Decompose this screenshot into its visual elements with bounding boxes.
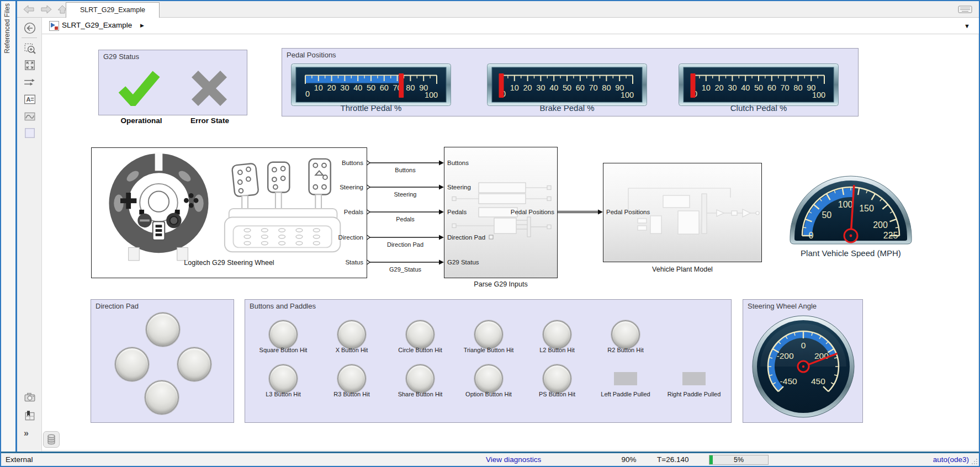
image-icon[interactable]	[24, 110, 36, 123]
button-lamp[interactable]	[474, 364, 503, 393]
breadcrumb[interactable]: SLRT_G29_Example	[62, 21, 132, 29]
panel-steering-angle-title: Steering Wheel Angle	[748, 302, 817, 310]
paddle-indicator[interactable]	[614, 372, 637, 385]
back-icon[interactable]	[23, 5, 36, 14]
button-lamp[interactable]	[337, 320, 366, 349]
data-store-icon	[44, 432, 59, 447]
forward-icon[interactable]	[39, 5, 52, 14]
g29-block[interactable]: Logitech G29 Steering Wheel	[91, 147, 367, 278]
area-icon[interactable]	[24, 127, 36, 139]
breadcrumb-bar: SLRT_G29_Example ▶ ▼	[42, 18, 979, 34]
referenced-files-label: Referenced Files	[3, 3, 11, 54]
viewmarks-icon[interactable]	[24, 410, 36, 422]
svg-text:80: 80	[793, 83, 802, 92]
model-tab-label: SLRT_G29_Example	[80, 6, 145, 14]
clutch-gauge[interactable]: 0102030405060708090100	[679, 63, 839, 106]
signal-label: Direction Pad	[387, 241, 423, 248]
speed-gauge[interactable]: 050100150200225	[788, 168, 913, 247]
model-tab[interactable]: SLRT_G29_Example	[66, 2, 160, 18]
plant-block-label: Vehicle Plant Model	[603, 266, 762, 273]
data-store-badge[interactable]	[43, 431, 60, 448]
button-lamp[interactable]	[543, 364, 571, 393]
plant-block[interactable]	[603, 163, 762, 262]
svg-text:225: 225	[883, 231, 898, 240]
svg-text:-200: -200	[777, 351, 794, 360]
keyboard-icon[interactable]	[958, 5, 972, 14]
error-state-label: Error State	[166, 116, 254, 125]
dpad-lamp-3[interactable]	[145, 380, 179, 415]
svg-text:-450: -450	[780, 376, 797, 386]
button-lamp[interactable]	[474, 320, 503, 349]
svg-text:100: 100	[425, 91, 438, 99]
zoom-level: 90%	[616, 455, 642, 464]
panel-direction-pad-title: Direction Pad	[96, 302, 139, 310]
annotation-icon[interactable]: A	[24, 93, 36, 105]
lamp-label: L2 Button Hit	[518, 347, 596, 353]
operational-check-icon[interactable]	[118, 70, 162, 106]
status-bar: External View diagnostics 90% T=26.140 5…	[1, 452, 979, 466]
dpad-lamp-2[interactable]	[177, 347, 211, 381]
breadcrumb-dropdown-icon[interactable]: ▼	[964, 23, 970, 29]
svg-text:70: 70	[589, 83, 598, 92]
zoom-region-icon[interactable]	[24, 42, 36, 54]
svg-text:10: 10	[314, 83, 323, 92]
lamp-label: Left Paddle Pulled	[587, 391, 664, 397]
throttle-gauge-label: Throttle Pedal %	[291, 103, 451, 113]
hide-browser-icon[interactable]	[24, 22, 36, 34]
plant-block-contents	[603, 163, 762, 263]
error-x-icon[interactable]	[192, 71, 227, 106]
svg-text:0: 0	[305, 89, 310, 98]
button-lamp[interactable]	[337, 364, 366, 393]
svg-text:30: 30	[728, 83, 737, 92]
lamp-label: R3 Button Hit	[313, 391, 390, 397]
svg-text:50: 50	[822, 210, 831, 220]
svg-text:30: 30	[536, 83, 545, 92]
sim-progress-fill	[709, 455, 713, 464]
signal-label: G29_Status	[389, 266, 422, 273]
lamp-label: X Button Hit	[313, 347, 390, 353]
button-lamp[interactable]	[406, 364, 435, 393]
svg-text:40: 40	[353, 83, 362, 92]
fit-to-view-icon[interactable]	[24, 59, 36, 71]
svg-text:40: 40	[549, 83, 558, 92]
svg-text:0: 0	[809, 231, 814, 240]
button-lamp[interactable]	[269, 364, 298, 393]
sim-mode: External	[6, 455, 33, 464]
button-lamp[interactable]	[543, 320, 571, 349]
lamp-label: Share Button Hit	[382, 391, 459, 397]
throttle-gauge[interactable]: 0102030405060708090100	[291, 63, 451, 106]
model-icon	[49, 21, 59, 31]
panel-buttons-paddles[interactable]: Buttons and Paddles	[245, 299, 732, 423]
parse-block-contents	[444, 147, 558, 279]
lamp-label: Option Button Hit	[450, 391, 527, 397]
dpad-lamp-0[interactable]	[146, 312, 180, 347]
button-lamp[interactable]	[406, 320, 435, 349]
svg-text:60: 60	[380, 83, 389, 92]
signal-label: Steering	[394, 191, 417, 198]
referenced-files-tab[interactable]: Referenced Files	[1, 1, 15, 452]
steering-angle-gauge[interactable]: -450-2000200450	[751, 314, 856, 419]
svg-text:10: 10	[510, 83, 519, 92]
dpad-lamp-1[interactable]	[115, 347, 149, 381]
parse-block[interactable]	[444, 147, 558, 278]
button-lamp[interactable]	[611, 320, 640, 349]
svg-text:80: 80	[406, 83, 415, 92]
brake-gauge[interactable]: 0102030405060708090100	[487, 63, 647, 106]
breadcrumb-caret-icon[interactable]: ▶	[140, 23, 144, 28]
paddle-indicator[interactable]	[682, 372, 706, 385]
solver-link[interactable]: auto(ode3)	[933, 455, 969, 464]
signal-lines-icon[interactable]	[24, 76, 36, 88]
svg-text:20: 20	[715, 83, 724, 92]
view-diagnostics-link[interactable]: View diagnostics	[486, 455, 541, 464]
simulink-window: Referenced Files SLRT_G29_Example SLRT_G…	[0, 0, 980, 467]
svg-text:30: 30	[340, 83, 349, 92]
expand-chevrons-icon[interactable]: »	[24, 428, 36, 441]
model-canvas[interactable]: G29 Status Operational Error State Pedal…	[42, 34, 978, 450]
panel-g29-status-title: G29 Status	[103, 52, 139, 61]
svg-text:50: 50	[367, 83, 375, 92]
button-lamp[interactable]	[269, 320, 298, 349]
screenshot-camera-icon[interactable]	[24, 391, 36, 403]
resize-grip[interactable]	[971, 458, 978, 465]
lamp-label: Square Button Hit	[245, 347, 322, 353]
svg-text:A: A	[26, 96, 30, 103]
